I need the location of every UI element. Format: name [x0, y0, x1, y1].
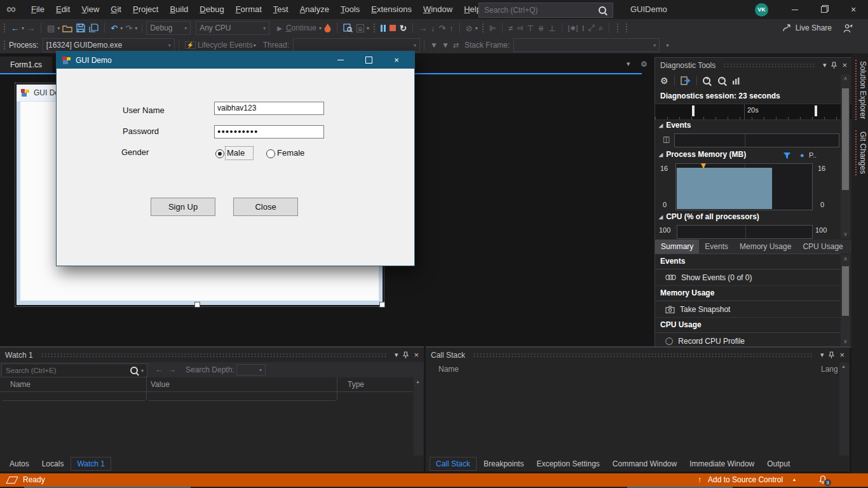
memory-section-header[interactable]: ◢ Process Memory (MB) [659, 150, 746, 159]
female-radio-label[interactable]: Female [277, 148, 304, 158]
tab-immediate-window[interactable]: Immediate Window [684, 458, 760, 470]
tab-exception-settings[interactable]: Exception Settings [531, 458, 605, 470]
tab-breakpoints[interactable]: Breakpoints [478, 458, 529, 470]
background-tasks-icon[interactable] [6, 477, 18, 484]
tab-summary[interactable]: Summary [655, 240, 699, 254]
column-name[interactable]: Name [10, 380, 31, 389]
continue-caret-icon[interactable]: ▾ [319, 25, 322, 31]
account-avatar[interactable]: VK [755, 3, 768, 17]
filter-threads-icon[interactable]: ▼ [430, 41, 438, 50]
tab-solution-explorer[interactable]: Solution Explorer [855, 60, 868, 120]
search-back-icon[interactable]: ← [155, 365, 163, 374]
lifecycle-caret-icon[interactable]: ▾ [254, 43, 256, 48]
stack-frame-dropdown[interactable]: ▾ [513, 38, 660, 52]
watch-search-box[interactable]: ▾ [1, 363, 147, 377]
app-close-button[interactable]: × [383, 51, 410, 69]
menu-format[interactable]: Format [230, 0, 268, 19]
undo-icon[interactable]: ↶ [111, 24, 118, 33]
tab-watch-1[interactable]: Watch 1 [71, 457, 111, 471]
hot-reload-icon[interactable] [324, 24, 331, 32]
back-caret-icon[interactable]: ▾ [22, 25, 24, 31]
menu-file[interactable]: File [25, 0, 50, 19]
zoom-in-icon[interactable]: + [703, 77, 709, 85]
tab-output[interactable]: Output [761, 458, 796, 470]
tab-call-stack[interactable]: Call Stack [430, 457, 477, 471]
column-value[interactable]: Value [151, 380, 170, 389]
menu-project[interactable]: Project [127, 0, 164, 19]
username-field[interactable]: vaibhav123 [214, 102, 324, 115]
menu-view[interactable]: View [76, 0, 105, 19]
platform-dropdown[interactable]: Any CPU▾ [196, 21, 269, 35]
scroll-up-icon[interactable]: ▲ [841, 364, 846, 369]
panel-close-icon[interactable]: × [842, 60, 847, 70]
export-session-icon[interactable] [681, 76, 691, 85]
tab-autos[interactable]: Autos [4, 458, 35, 470]
close-button[interactable]: × [839, 0, 868, 19]
menu-build[interactable]: Build [164, 0, 194, 19]
memory-filter-funnel-icon[interactable] [783, 152, 790, 159]
break-all-icon[interactable] [381, 25, 386, 32]
menu-debug[interactable]: Debug [194, 0, 229, 19]
tab-memory-usage[interactable]: Memory Usage [734, 240, 797, 254]
tab-events[interactable]: Events [699, 240, 734, 254]
undo-caret-icon[interactable]: ▾ [120, 25, 123, 31]
breakpoints-caret-icon[interactable]: ▾ [475, 25, 478, 31]
menu-extensions[interactable]: Extensions [365, 0, 417, 19]
menu-git[interactable]: Git [105, 0, 127, 19]
continue-play-icon[interactable]: ▶ [277, 25, 282, 32]
home-caret-icon[interactable]: ▾ [367, 25, 369, 31]
minimize-button[interactable] [780, 0, 810, 19]
new-file-icon[interactable]: ▤ [47, 24, 55, 33]
save-icon[interactable] [76, 24, 85, 32]
quick-search-input[interactable] [479, 6, 599, 15]
breakpoints-icon[interactable]: ⊘ [466, 24, 473, 33]
show-events-link[interactable]: Show Events (0 of 0) [655, 269, 841, 286]
column-name[interactable]: Name [438, 365, 459, 374]
cpu-section-header[interactable]: ◢ CPU (% of all processors) [659, 212, 759, 221]
live-share-button[interactable]: Live Share [782, 24, 832, 32]
zoom-out-icon[interactable]: − [718, 77, 724, 85]
restore-button[interactable] [810, 0, 839, 19]
menu-test[interactable]: Test [268, 0, 294, 19]
process-dropdown[interactable]: [16324] GUIDemo.exe▾ [43, 38, 175, 52]
menu-analyze[interactable]: Analyze [294, 0, 335, 19]
password-field[interactable]: ●●●●●●●●●● [214, 125, 324, 139]
resize-handle-bottom-right[interactable] [379, 302, 385, 308]
menu-tools[interactable]: Tools [335, 0, 365, 19]
app-minimize-button[interactable] [327, 51, 355, 69]
timeline-ruler[interactable]: 20s [655, 104, 852, 120]
pin-icon[interactable] [831, 62, 837, 69]
column-type[interactable]: Type [348, 380, 364, 389]
tab-command-window[interactable]: Command Window [607, 458, 682, 470]
scroll-up-icon[interactable]: ▲ [416, 379, 420, 384]
pin-icon[interactable] [829, 351, 834, 359]
scrollbar-thumb[interactable] [842, 88, 849, 190]
column-lang[interactable]: Lang [821, 365, 838, 374]
tab-git-changes[interactable]: Git Changes [855, 130, 868, 175]
search-depth-dropdown[interactable]: ▾ [236, 364, 266, 376]
source-control-caret-icon[interactable]: ▴ [793, 477, 796, 482]
scroll-down-icon[interactable]: ∨ [841, 231, 850, 237]
scroll-up-icon[interactable]: ∧ [841, 256, 850, 262]
home-window-icon[interactable]: ⌂ [356, 24, 364, 32]
call-stack-titlebar[interactable]: Call Stack ▾ × [426, 348, 850, 362]
panel-menu-caret-icon[interactable]: ▾ [395, 351, 398, 359]
search-forward-icon[interactable]: → [168, 365, 176, 374]
solution-config-dropdown[interactable]: Debug▾ [146, 21, 191, 35]
tab-cpu-usage[interactable]: CPU Usage [797, 240, 848, 254]
tab-locals[interactable]: Locals [36, 458, 70, 470]
add-to-source-control-button[interactable]: Add to Source Control [708, 475, 783, 484]
panel-close-icon[interactable]: × [839, 350, 844, 360]
app-window-titlebar[interactable]: GUI Demo × [57, 51, 414, 69]
open-folder-icon[interactable] [62, 24, 72, 32]
male-radio[interactable] [215, 149, 224, 158]
toolbar-overflow-icon[interactable]: ▾ [666, 43, 668, 48]
window-layout-icon[interactable]: ⚙ [641, 60, 648, 69]
find-in-files-icon[interactable] [343, 24, 353, 32]
scrollbar-thumb[interactable] [842, 266, 849, 316]
tab-form1cs[interactable]: Form1.cs [0, 57, 52, 73]
continue-button[interactable]: Continue [286, 18, 316, 37]
new-file-caret-icon[interactable]: ▾ [57, 25, 60, 31]
record-cpu-profile-link[interactable]: ◯ Record CPU Profile [655, 333, 841, 347]
panel-menu-caret-icon[interactable]: ▾ [820, 351, 824, 359]
